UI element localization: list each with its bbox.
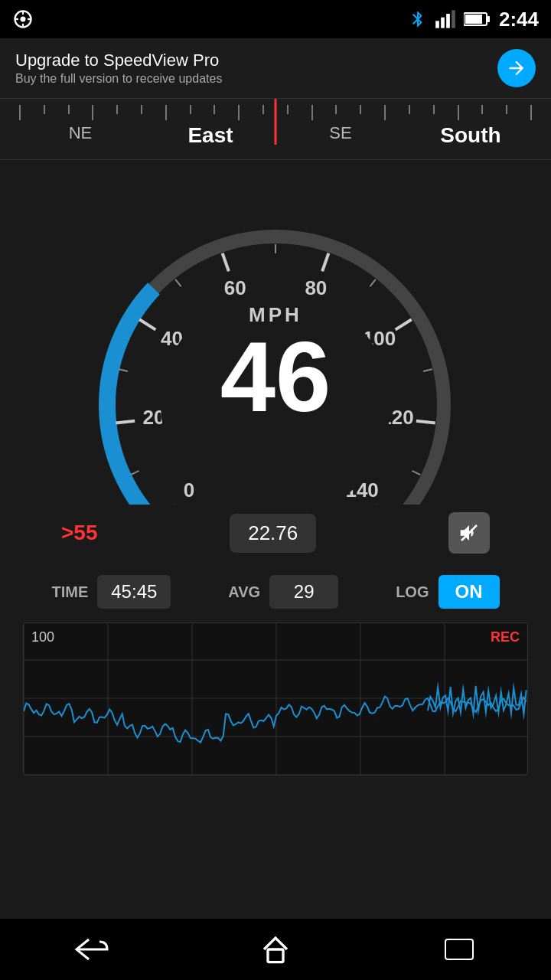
svg-point-0 (21, 17, 26, 22)
svg-rect-7 (487, 16, 490, 22)
battery-icon (464, 11, 491, 27)
tick (287, 105, 289, 114)
upgrade-text: Upgrade to SpeedView Pro Buy the full ve… (15, 51, 222, 86)
nav-bar (0, 919, 551, 980)
tick (409, 105, 410, 114)
status-left (12, 8, 34, 30)
tick (92, 105, 93, 120)
upgrade-title: Upgrade to SpeedView Pro (15, 51, 222, 70)
back-icon (73, 938, 110, 961)
compass-needle (275, 99, 277, 145)
avg-stat: AVG 29 (228, 575, 338, 609)
status-time: 2:44 (499, 8, 539, 31)
gauge-container: MPH 46 (61, 175, 490, 505)
svg-rect-6 (465, 15, 482, 24)
trip-display: 22.76 (230, 514, 316, 553)
tick (116, 105, 118, 114)
tick (68, 105, 70, 114)
svg-rect-1 (435, 21, 439, 28)
tick (141, 105, 142, 114)
time-label: TIME (51, 583, 88, 601)
location-icon (12, 8, 34, 30)
log-label: LOG (396, 583, 429, 601)
compass-east: East (145, 123, 276, 148)
back-button[interactable] (61, 930, 122, 969)
tick (311, 105, 313, 120)
svg-rect-2 (441, 18, 445, 28)
tick (481, 105, 483, 114)
bluetooth-icon (409, 8, 427, 30)
svg-rect-4 (452, 10, 455, 28)
svg-rect-9 (268, 949, 283, 962)
tick (530, 105, 532, 120)
chart-section: 100 REC (23, 622, 528, 776)
compass-bar: NE East SE South (0, 99, 551, 160)
time-value: 45:45 (97, 575, 171, 609)
compass-south: South (406, 123, 536, 148)
status-right: 2:44 (409, 8, 539, 31)
compass-ne: NE (15, 123, 145, 148)
time-stat: TIME 45:45 (51, 575, 171, 609)
arrow-right-icon (506, 57, 527, 79)
svg-rect-10 (445, 939, 473, 959)
tick (238, 105, 240, 120)
tick (44, 105, 45, 114)
chart-canvas (24, 622, 528, 775)
status-bar: 2:44 (0, 0, 551, 38)
avg-value: 29 (269, 575, 338, 609)
gauge-bottom-row: >55 22.76 (61, 512, 490, 554)
tick (384, 105, 386, 120)
tick (506, 105, 507, 114)
compass-se: SE (276, 123, 406, 148)
tick (262, 105, 264, 114)
tick (190, 105, 191, 114)
home-icon (260, 934, 291, 965)
svg-rect-3 (446, 14, 450, 28)
recent-icon (444, 938, 474, 961)
speed-display: MPH 46 (220, 303, 331, 426)
recent-button[interactable] (429, 930, 490, 969)
avg-label: AVG (228, 583, 260, 601)
tick (335, 105, 337, 114)
stats-row: TIME 45:45 AVG 29 LOG ON (0, 561, 551, 622)
sound-button[interactable] (448, 512, 490, 554)
tick (19, 105, 21, 120)
upgrade-button[interactable] (497, 49, 536, 87)
home-button[interactable] (245, 930, 306, 969)
log-toggle[interactable]: ON (439, 575, 500, 609)
speed-alert: >55 (61, 521, 98, 545)
tick (165, 105, 167, 120)
upgrade-banner: Upgrade to SpeedView Pro Buy the full ve… (0, 38, 551, 99)
speed-value: 46 (220, 327, 331, 426)
sound-icon (458, 521, 481, 544)
tick (458, 105, 459, 120)
speedometer-section: MPH 46 >55 22.76 (0, 160, 551, 561)
tick (433, 105, 435, 114)
log-stat: LOG ON (396, 575, 499, 609)
upgrade-subtitle: Buy the full version to receive updates (15, 72, 222, 86)
signal-icon (435, 8, 456, 30)
tick (214, 105, 215, 114)
tick (360, 105, 361, 114)
